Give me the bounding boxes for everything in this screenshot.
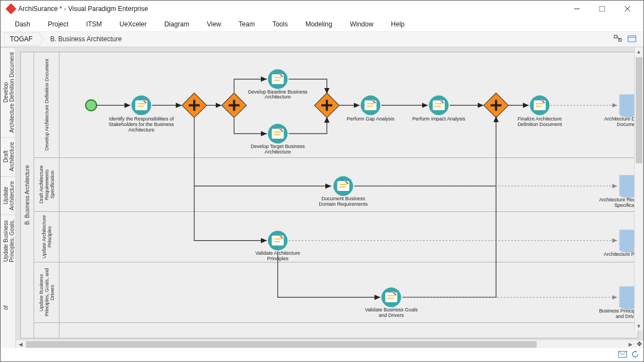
scroll-up-icon[interactable]: ▲ bbox=[635, 47, 643, 56]
lane-header-1[interactable]: Draft Architecture Requirements Specific… bbox=[34, 158, 59, 212]
left-tab-0[interactable]: Develop Architecture Definition Document bbox=[1, 47, 15, 137]
lane-header-4[interactable] bbox=[34, 323, 59, 330]
menu-project[interactable]: Project bbox=[39, 18, 77, 30]
vscroll-thumb[interactable] bbox=[636, 57, 642, 163]
menu-view[interactable]: View bbox=[198, 18, 230, 30]
pan-handle-icon[interactable]: ✥ bbox=[635, 341, 643, 348]
layout-tool-icon[interactable] bbox=[613, 34, 623, 45]
vertical-scrollbar[interactable]: ▲ ▼ bbox=[634, 47, 643, 331]
menu-modeling[interactable]: Modeling bbox=[297, 18, 341, 30]
lane-header-0[interactable]: Develop Architecture Definition Document bbox=[34, 52, 59, 158]
title-bar: ArchiSurance * - Visual Paradigm Enterpr… bbox=[1, 1, 643, 17]
lane-header-2[interactable]: Update Architecture Principles bbox=[34, 212, 59, 262]
horizontal-scrollbar[interactable]: ◀ ▶ ✥ bbox=[16, 339, 643, 348]
pool-title[interactable]: B. Business Architecture bbox=[21, 52, 34, 338]
lane-2 bbox=[59, 212, 638, 262]
workspace: Develop Architecture Definition Document… bbox=[1, 47, 643, 348]
lane-area: Identify the Responsibilities ofStakehol… bbox=[59, 52, 638, 338]
mail-icon[interactable] bbox=[618, 351, 627, 359]
maximize-button[interactable] bbox=[590, 1, 615, 17]
lane-0 bbox=[59, 52, 638, 158]
menu-itsm[interactable]: ITSM bbox=[77, 18, 111, 30]
left-tab-2[interactable]: Update Architecture bbox=[1, 176, 15, 215]
svg-text:+: + bbox=[634, 34, 637, 38]
svg-rect-1 bbox=[599, 6, 605, 12]
menu-window[interactable]: Window bbox=[341, 18, 383, 30]
new-diagram-icon[interactable]: + bbox=[627, 34, 637, 45]
close-button[interactable] bbox=[615, 1, 640, 17]
refresh-icon[interactable] bbox=[631, 350, 639, 359]
chevron-right-icon bbox=[38, 31, 45, 47]
breadcrumb-current[interactable]: B. Business Architecture bbox=[45, 33, 127, 45]
breadcrumb-bar: TOGAF B. Business Architecture + bbox=[1, 31, 643, 47]
left-tab-1[interactable]: Draft Architecture bbox=[1, 137, 15, 175]
breadcrumb-root[interactable]: TOGAF bbox=[4, 32, 38, 46]
svg-rect-4 bbox=[614, 35, 617, 38]
lane-1 bbox=[59, 158, 638, 212]
menu-diagram[interactable]: Diagram bbox=[155, 18, 198, 30]
left-tab-strip: Develop Architecture Definition Document… bbox=[1, 47, 16, 348]
menu-uexceler[interactable]: UeXceler bbox=[111, 18, 155, 30]
menu-help[interactable]: Help bbox=[382, 18, 413, 30]
left-tab-remainder[interactable]: of bbox=[1, 267, 15, 348]
canvas-area: B. Business Architecture Develop Archite… bbox=[16, 47, 643, 348]
menu-team[interactable]: Team bbox=[230, 18, 264, 30]
hscroll-thumb[interactable] bbox=[26, 341, 537, 348]
menu-bar: Dash Project ITSM UeXceler Diagram View … bbox=[1, 17, 643, 31]
status-bar bbox=[1, 348, 643, 361]
menu-tools[interactable]: Tools bbox=[264, 18, 297, 30]
menu-dash[interactable]: Dash bbox=[6, 18, 39, 30]
bpmn-pool[interactable]: B. Business Architecture Develop Archite… bbox=[20, 52, 638, 338]
scroll-right-icon[interactable]: ▶ bbox=[626, 340, 635, 348]
scroll-down-icon[interactable]: ▼ bbox=[635, 322, 643, 331]
left-tab-3[interactable]: Update Business Principles, Goals, bbox=[1, 215, 15, 267]
window-title: ArchiSurance * - Visual Paradigm Enterpr… bbox=[18, 5, 564, 13]
lane-3 bbox=[59, 262, 638, 323]
lane-header-3[interactable]: Update Business Principles, Goals, and D… bbox=[34, 262, 59, 323]
window-controls bbox=[564, 1, 640, 17]
scroll-left-icon[interactable]: ◀ bbox=[16, 340, 25, 348]
canvas-scroll[interactable]: B. Business Architecture Develop Archite… bbox=[16, 47, 643, 339]
lane-headers: Develop Architecture Definition Document… bbox=[34, 52, 59, 338]
app-logo-icon bbox=[6, 3, 17, 14]
minimize-button[interactable] bbox=[564, 1, 590, 17]
app-window: ArchiSurance * - Visual Paradigm Enterpr… bbox=[0, 0, 644, 362]
